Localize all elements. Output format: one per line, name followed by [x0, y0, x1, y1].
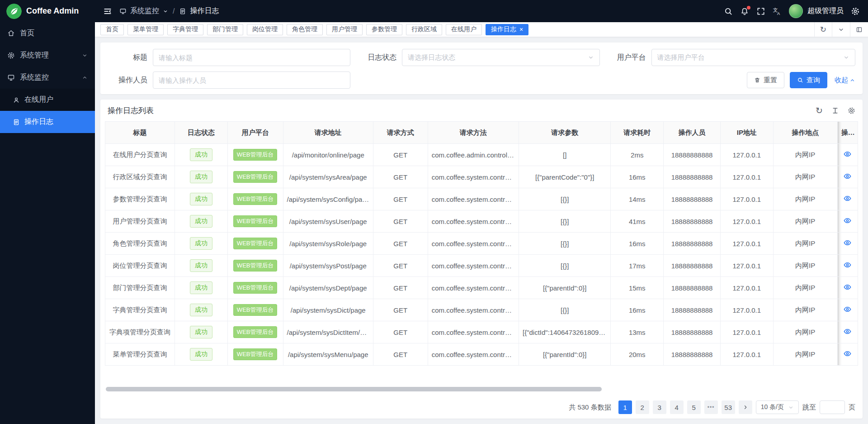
title-input[interactable]	[159, 54, 344, 62]
view-detail-eye-icon[interactable]	[843, 305, 852, 314]
tab-dept-management[interactable]: 部门管理	[207, 24, 243, 35]
user-icon	[13, 96, 20, 104]
page-button[interactable]: 5	[687, 400, 701, 414]
status-badge: 成功	[190, 348, 212, 361]
view-detail-eye-icon[interactable]	[843, 238, 852, 247]
view-detail-eye-icon[interactable]	[843, 172, 852, 181]
col-platform: 用户平台	[227, 122, 283, 144]
next-page-button[interactable]	[739, 400, 752, 414]
tab-home[interactable]: 首页	[100, 24, 124, 35]
search-icon[interactable]	[724, 7, 733, 16]
leaf-logo-icon	[6, 4, 22, 19]
chevron-up-icon	[849, 77, 855, 83]
top-header: 系统监控 / 操作日志 超级管理员	[95, 0, 868, 22]
view-detail-eye-icon[interactable]	[843, 283, 852, 291]
log-status-placeholder: 请选择日志状态	[408, 53, 587, 62]
jump-label: 跳至	[802, 403, 816, 412]
table-row: 在线用户分页查询 成功 WEB管理后台 /api/monitor/online/…	[105, 144, 858, 166]
layout-columns-icon[interactable]	[850, 22, 868, 37]
view-detail-eye-icon[interactable]	[843, 261, 852, 269]
page-button-current[interactable]: 1	[618, 400, 632, 414]
chevron-down-icon	[788, 405, 794, 410]
tab-config-management[interactable]: 参数管理	[366, 24, 402, 35]
platform-badge: WEB管理后台	[233, 215, 278, 227]
breadcrumb-separator: /	[173, 7, 175, 15]
sidebar-subitem-operation-log[interactable]: 操作日志	[0, 111, 95, 133]
view-detail-eye-icon[interactable]	[843, 349, 852, 358]
breadcrumb-parent[interactable]: 系统监控	[130, 6, 159, 16]
platform-badge: WEB管理后台	[233, 304, 278, 316]
page-button[interactable]: 4	[670, 400, 684, 414]
tab-dropdown-chevron[interactable]	[832, 22, 850, 37]
notification-dot	[747, 6, 750, 10]
tab-dict-management[interactable]: 字典管理	[167, 24, 203, 35]
operator-input[interactable]	[159, 76, 344, 84]
reset-button[interactable]: 重置	[747, 72, 784, 88]
sidebar-item-label: 系统管理	[20, 51, 49, 60]
close-icon[interactable]: ×	[519, 26, 523, 33]
table-row: 行政区域分页查询 成功 WEB管理后台 /api/system/sysArea/…	[105, 166, 858, 188]
search-button[interactable]: 查询	[790, 72, 827, 88]
pagination: 共 530 条数据 1 2 3 4 5 ••• 53 10 条/页 跳至 页	[100, 396, 863, 419]
platform-badge: WEB管理后台	[233, 282, 278, 294]
table-row: 字典管理分页查询 成功 WEB管理后台 /api/system/sysDict/…	[105, 299, 858, 321]
translate-icon[interactable]	[773, 7, 782, 16]
tab-area-management[interactable]: 行政区域	[406, 24, 442, 35]
table-row: 角色管理分页查询 成功 WEB管理后台 /api/system/sysRole/…	[105, 233, 858, 255]
tab-user-management[interactable]: 用户管理	[326, 24, 363, 35]
sidebar-submenu: 在线用户 操作日志	[0, 89, 95, 133]
settings-gear-icon[interactable]	[851, 7, 860, 16]
horizontal-scrollbar-thumb[interactable]	[106, 387, 602, 391]
page-size-select[interactable]: 10 条/页	[756, 400, 799, 414]
username[interactable]: 超级管理员	[807, 6, 844, 16]
view-detail-eye-icon[interactable]	[843, 194, 852, 203]
page-button[interactable]: 3	[653, 400, 666, 414]
notification-bell[interactable]	[740, 7, 749, 16]
gear-icon	[7, 52, 15, 59]
table-row: 字典项管理分页查询 成功 WEB管理后台 /api/system/sysDict…	[105, 321, 858, 343]
page-button[interactable]: 2	[636, 400, 649, 414]
horizontal-scrollbar	[106, 387, 857, 391]
tab-role-management[interactable]: 角色管理	[287, 24, 323, 35]
more-pages-ellipsis[interactable]: •••	[704, 400, 718, 414]
status-badge: 成功	[190, 215, 212, 228]
status-badge: 成功	[190, 193, 212, 205]
sidebar-item-home[interactable]: 首页	[0, 22, 95, 44]
refresh-icon[interactable]: ↻	[816, 106, 823, 115]
page-button-last[interactable]: 53	[722, 400, 735, 414]
chevron-down-icon	[838, 26, 844, 33]
log-status-select[interactable]: 请选择日志状态	[402, 49, 599, 66]
chevron-down-icon	[82, 52, 88, 58]
collapse-filter-link[interactable]: 收起	[835, 76, 855, 85]
refresh-icon[interactable]: ↻	[814, 22, 832, 37]
log-table-panel: 操作日志列表 ↻	[100, 100, 863, 419]
col-status: 日志状态	[175, 122, 228, 144]
view-detail-eye-icon[interactable]	[843, 327, 852, 336]
avatar[interactable]	[789, 4, 803, 18]
sidebar-item-system-monitor[interactable]: 系统监控	[0, 67, 95, 89]
tab-online-users[interactable]: 在线用户	[446, 24, 482, 35]
chevron-right-icon	[742, 404, 749, 410]
view-detail-eye-icon[interactable]	[843, 150, 852, 158]
table-row: 参数管理分页查询 成功 WEB管理后台 /api/system/sysConfi…	[105, 188, 858, 210]
density-icon[interactable]	[831, 107, 839, 114]
status-badge: 成功	[190, 281, 212, 294]
tab-operation-log-active[interactable]: 操作日志 ×	[486, 24, 528, 35]
fullscreen-icon[interactable]	[756, 7, 765, 16]
sidebar-subitem-label: 操作日志	[24, 117, 53, 127]
col-duration: 请求耗时	[611, 122, 664, 144]
jump-unit: 页	[849, 403, 855, 412]
jump-page-input[interactable]	[820, 400, 845, 414]
page-size-value: 10 条/页	[761, 403, 784, 411]
sidebar-item-system-management[interactable]: 系统管理	[0, 44, 95, 67]
user-platform-select[interactable]: 请选择用户平台	[651, 49, 855, 66]
tab-menu-management[interactable]: 菜单管理	[127, 24, 164, 35]
column-settings-gear-icon[interactable]	[848, 107, 855, 114]
tab-bar: 首页 菜单管理 字典管理 部门管理 岗位管理 角色管理 用户管理 参数管理 行政…	[95, 22, 868, 37]
tab-post-management[interactable]: 岗位管理	[247, 24, 283, 35]
menu-fold-icon[interactable]	[103, 7, 112, 16]
columns-icon	[856, 26, 863, 33]
col-title: 标题	[105, 122, 175, 144]
view-detail-eye-icon[interactable]	[843, 216, 852, 225]
sidebar-subitem-online-users[interactable]: 在线用户	[0, 89, 95, 111]
